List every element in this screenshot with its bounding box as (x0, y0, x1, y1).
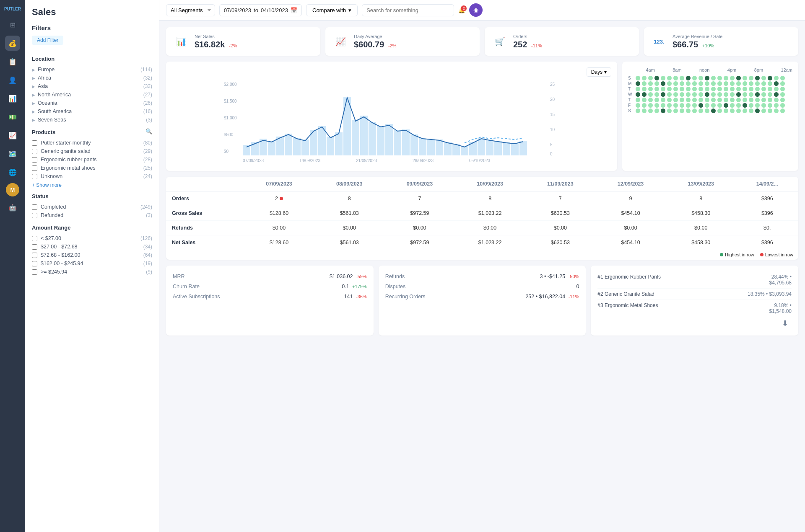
heatmap-dot (680, 103, 684, 108)
sidebar-item-customers[interactable]: 👤 (5, 72, 20, 88)
heatmap-dot (774, 92, 779, 97)
heatmap-dot (724, 81, 728, 86)
product-checkbox[interactable] (32, 157, 37, 163)
amount-checkbox[interactable] (32, 261, 37, 266)
location-item-asia[interactable]: ▶Asia(32) (32, 82, 152, 90)
product-checkbox[interactable] (32, 174, 37, 179)
sidebar: PUTLER ⊞ 💰 📋 👤 📊 💵 📈 🗺️ 🌐 M 🤖 (0, 0, 25, 532)
svg-rect-38 (427, 139, 435, 155)
svg-text:$500: $500 (224, 132, 234, 137)
heatmap-dot (705, 81, 709, 86)
location-item-north-america[interactable]: ▶North America(27) (32, 90, 152, 99)
products-search-icon[interactable]: 🔍 (145, 128, 152, 134)
heatmap-dot (749, 98, 753, 102)
user-avatar[interactable]: ◉ (469, 3, 483, 17)
location-item-oceania[interactable]: ▶Oceania(26) (32, 99, 152, 107)
download-button[interactable]: ⬇ (782, 319, 788, 328)
sidebar-item-user-m[interactable]: M (6, 183, 19, 196)
amount-checkbox[interactable] (32, 244, 37, 250)
svg-rect-44 (478, 138, 485, 155)
location-item-africa[interactable]: ▶Africa(32) (32, 74, 152, 82)
heatmap-dot (648, 81, 653, 86)
kpi-avg-revenue-change: +10% (702, 43, 714, 48)
heatmap-dot (736, 108, 741, 113)
heatmap-dot (730, 108, 735, 113)
product-checkbox[interactable] (32, 149, 37, 154)
date-range-picker[interactable]: 07/09/2023 to 04/10/2023 📅 (219, 4, 302, 16)
show-more-button[interactable]: + Show more (32, 182, 62, 188)
heatmap-dot (705, 98, 709, 102)
status-checkbox[interactable] (32, 213, 37, 218)
list-item: #1 Ergonomic Rubber Pants 28.44% •$4,795… (597, 271, 792, 289)
stats-row-recurring: Recurring Orders 252 • $16,822.04 -11% (385, 292, 579, 302)
svg-rect-42 (461, 146, 468, 155)
kpi-daily-avg-icon: 📈 (332, 33, 349, 50)
heatmap-dot (654, 76, 659, 80)
location-item-seven-seas[interactable]: ▶Seven Seas(3) (32, 116, 152, 124)
kpi-net-sales: 📊 Net Sales $16.82k -2% (166, 27, 320, 56)
heatmap-dot (686, 87, 691, 91)
heatmap-dot (774, 76, 779, 80)
kpi-avg-revenue-label: Average Revenue / Sale (673, 34, 722, 39)
download-section: ⬇ (597, 317, 792, 330)
heatmap-dot (768, 98, 772, 102)
heatmap-dot (705, 92, 709, 97)
svg-rect-39 (436, 139, 443, 155)
sidebar-item-orders[interactable]: 📋 (5, 54, 20, 69)
heatmap-dot (774, 87, 779, 91)
sidebar-item-map[interactable]: 🗺️ (5, 146, 20, 161)
sidebar-item-dashboard[interactable]: ⊞ (5, 17, 20, 32)
status-checkbox[interactable] (32, 204, 37, 210)
svg-rect-46 (494, 141, 502, 155)
table-col-date-5: 11/09/2023 (525, 177, 595, 191)
location-item-europe[interactable]: ▶Europe(114) (32, 65, 152, 74)
heatmap-dot (667, 87, 672, 91)
line-chart: $2,000 $1,500 $1,000 $500 $0 25 20 15 10… (172, 80, 611, 164)
heatmap-dot (642, 81, 647, 86)
amount-checkbox[interactable] (32, 236, 37, 241)
sidebar-item-robot[interactable]: 🤖 (5, 200, 20, 215)
sidebar-item-reports[interactable]: 📊 (5, 91, 20, 106)
heatmap-dot (692, 87, 697, 91)
heatmap-dot (636, 87, 640, 91)
product-checkbox[interactable] (32, 165, 37, 171)
heatmap-dot (648, 92, 653, 97)
heatmap-dot (768, 92, 772, 97)
heatmap-dot (680, 87, 684, 91)
heatmap-dot (705, 108, 709, 113)
heatmap-dot (768, 108, 772, 113)
sidebar-item-globe[interactable]: 🌐 (5, 165, 20, 180)
svg-rect-16 (243, 145, 250, 155)
order-alert-dot (280, 197, 283, 200)
kpi-orders-icon: 🛒 (491, 33, 508, 50)
page-title: Sales (32, 7, 152, 18)
add-filter-button[interactable]: Add Filter (32, 36, 63, 45)
location-item-south-america[interactable]: ▶South America(16) (32, 107, 152, 116)
svg-rect-27 (335, 132, 343, 155)
segment-select[interactable]: All Segments (166, 4, 215, 16)
heatmap-dot (711, 98, 716, 102)
heatmap-dot (642, 92, 647, 97)
heatmap-time-noon: noon (699, 67, 709, 72)
chevron-icon: ▶ (32, 101, 35, 106)
heatmap-dot (711, 108, 716, 113)
heatmap-dot (774, 108, 779, 113)
sidebar-item-analytics[interactable]: 📈 (5, 128, 20, 143)
sidebar-item-revenue[interactable]: 💵 (5, 109, 20, 124)
search-input[interactable] (362, 4, 454, 16)
heatmap-row-w-3: W (628, 92, 792, 97)
chevron-down-icon: ▾ (348, 7, 351, 13)
notification-icon[interactable]: 🔔 2 (458, 7, 465, 13)
amount-checkbox[interactable] (32, 253, 37, 258)
compare-button[interactable]: Compare with ▾ (306, 4, 358, 16)
sidebar-item-sales[interactable]: 💰 (5, 36, 20, 51)
chart-header: Days ▾ (172, 67, 611, 77)
svg-text:$1,000: $1,000 (224, 116, 237, 120)
svg-rect-45 (486, 139, 493, 155)
amount-checkbox[interactable] (32, 269, 37, 275)
product-checkbox[interactable] (32, 140, 37, 146)
days-toggle-button[interactable]: Days ▾ (587, 67, 611, 77)
heatmap-dot (673, 76, 678, 80)
products-filter-list: Putler starter-monthly(80)Generic granit… (32, 139, 152, 181)
svg-rect-32 (377, 126, 384, 155)
